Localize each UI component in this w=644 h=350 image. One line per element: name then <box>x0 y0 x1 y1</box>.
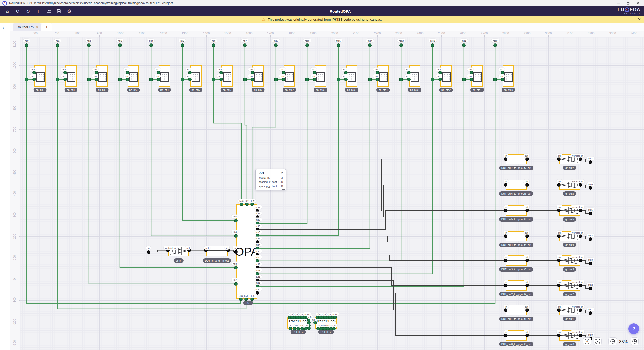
optical-port[interactable] <box>525 157 529 161</box>
optical-port[interactable] <box>504 157 507 161</box>
optical-port[interactable] <box>579 157 582 161</box>
zoom-to-fit-button[interactable]: 0 <box>583 337 591 345</box>
opa-port-hti2[interactable] <box>234 282 238 286</box>
undo-icon[interactable]: ↺ <box>14 8 21 15</box>
tab-routedopa[interactable]: RoutedOPA × <box>13 23 41 31</box>
new-tab-button[interactable]: + <box>41 23 52 31</box>
pad-port-m2[interactable] <box>32 71 36 74</box>
optical-port[interactable] <box>525 308 529 312</box>
optical-port[interactable] <box>579 234 582 238</box>
pad-port-m1[interactable] <box>188 78 192 81</box>
optical-port[interactable] <box>579 284 582 287</box>
wire-junction[interactable] <box>368 78 372 81</box>
optical-port[interactable] <box>557 234 561 238</box>
terminal-hto6[interactable] <box>305 43 309 47</box>
optical-port[interactable] <box>579 259 582 262</box>
help-button[interactable]: ? <box>628 323 639 334</box>
terminal-out2[interactable] <box>589 287 592 290</box>
pad-port-m2[interactable] <box>407 71 411 74</box>
pad-port-m2[interactable] <box>95 71 98 74</box>
settings-icon[interactable]: ⚙ <box>66 8 73 15</box>
wire-junction[interactable] <box>118 78 122 81</box>
schematic-canvas[interactable]: hti0m2m1bp_hti0hti1m2m1bp_hti1hti2m2m1bp… <box>20 37 644 350</box>
optical-port[interactable] <box>557 308 561 312</box>
pad-port-m1[interactable] <box>470 78 473 81</box>
terminal-hto2[interactable] <box>431 43 434 47</box>
terminal-out5[interactable] <box>589 212 592 215</box>
pad-port-m1[interactable] <box>157 78 160 81</box>
param-value[interactable]: 100 <box>278 180 283 183</box>
terminal-hti7[interactable] <box>243 43 247 47</box>
wire-junction[interactable] <box>87 78 91 81</box>
pad-port-m2[interactable] <box>63 71 67 74</box>
wire-junction[interactable] <box>212 78 215 81</box>
out-wire-out5[interactable] <box>257 210 506 230</box>
input-wire[interactable] <box>149 250 168 252</box>
optical-port[interactable] <box>557 183 561 187</box>
add-icon[interactable]: + <box>35 8 42 15</box>
banner-close-icon[interactable]: ✕ <box>638 16 641 23</box>
optical-port[interactable] <box>525 334 529 337</box>
zoom-in-button[interactable] <box>631 337 639 345</box>
zoom-out-button[interactable] <box>608 337 617 345</box>
pad-port-m2[interactable] <box>344 71 348 74</box>
wire-junction[interactable] <box>56 78 59 81</box>
optical-port[interactable] <box>504 209 507 212</box>
home-icon[interactable]: ⌂ <box>4 8 11 15</box>
wire-junction[interactable] <box>399 78 403 81</box>
wire-junction[interactable] <box>462 78 466 81</box>
terminal-in[interactable] <box>147 250 150 254</box>
pad-port-m2[interactable] <box>188 71 192 74</box>
optical-port[interactable] <box>504 234 507 238</box>
electrical-port[interactable] <box>307 326 311 330</box>
wire-junction[interactable] <box>274 78 278 81</box>
optical-port[interactable] <box>525 209 529 212</box>
opa-port-hti1[interactable] <box>244 297 248 301</box>
terminal-hto7[interactable] <box>274 43 278 47</box>
pad-port-m2[interactable] <box>157 71 160 74</box>
pad-port-m2[interactable] <box>376 71 379 74</box>
opa-port-hti0[interactable] <box>239 297 243 301</box>
wire-junction[interactable] <box>149 78 153 81</box>
wire-junction[interactable] <box>493 78 497 81</box>
pad-port-m2[interactable] <box>282 71 285 74</box>
out-wire-out1[interactable] <box>257 280 506 310</box>
terminal-hto3[interactable] <box>399 43 403 47</box>
opa-port-hti6[interactable] <box>240 202 243 206</box>
terminal-out3[interactable] <box>589 262 592 265</box>
optical-port[interactable] <box>557 209 561 212</box>
pad-port-m1[interactable] <box>313 78 316 81</box>
pad-port-m1[interactable] <box>282 78 285 81</box>
optical-port[interactable] <box>525 284 529 287</box>
param-value[interactable]: 3 <box>281 176 283 179</box>
optical-port[interactable] <box>525 183 529 187</box>
wire-junction[interactable] <box>431 78 434 81</box>
optical-port[interactable] <box>557 157 561 161</box>
pad-port-m1[interactable] <box>376 78 379 81</box>
pad-port-m1[interactable] <box>32 78 36 81</box>
terminal-out7[interactable] <box>589 160 592 164</box>
electrical-port[interactable] <box>333 316 337 319</box>
optical-port[interactable] <box>504 334 507 337</box>
pad-port-m1[interactable] <box>501 78 504 81</box>
optical-port[interactable] <box>504 284 507 287</box>
optical-port[interactable] <box>579 209 582 212</box>
panel-expander-icon[interactable]: › <box>3 26 4 30</box>
opa-port-hti7[interactable] <box>245 202 249 206</box>
terminal-hto4[interactable] <box>368 43 372 47</box>
pad-port-m2[interactable] <box>251 71 254 74</box>
optical-port[interactable] <box>504 183 507 187</box>
opa-port-in[interactable] <box>234 250 238 254</box>
pad-port-m1[interactable] <box>219 78 223 81</box>
wire-junction[interactable] <box>181 78 184 81</box>
folder-icon[interactable] <box>45 8 52 15</box>
opa-port-hto7[interactable] <box>250 202 254 206</box>
heater-wire-hti1[interactable] <box>58 47 246 309</box>
opa-port-hti4[interactable] <box>234 234 238 238</box>
terminal-hto1[interactable] <box>462 43 466 47</box>
zoom-to-selection-button[interactable] <box>594 337 602 345</box>
opa-port-hto0[interactable] <box>250 297 254 301</box>
terminal-hto5[interactable] <box>337 43 340 47</box>
parameter-popup[interactable]: DUT✕levels: int3spacing_x: float100spaci… <box>255 169 286 190</box>
optical-port[interactable] <box>579 308 582 312</box>
